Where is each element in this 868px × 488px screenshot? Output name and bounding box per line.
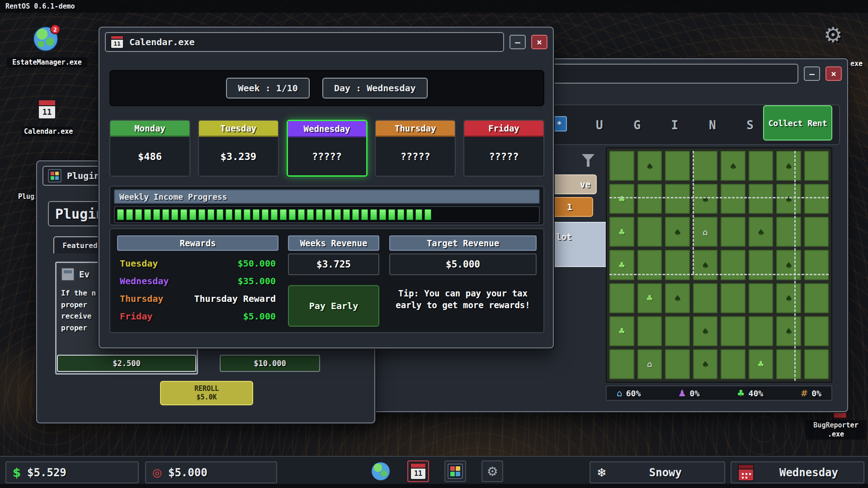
progress-segment	[171, 209, 178, 220]
map-parcel[interactable]	[609, 349, 634, 379]
map-parcel[interactable]	[637, 316, 662, 346]
calendar-titlebar[interactable]: 11 Calendar.exe – ×	[99, 28, 553, 56]
weather-display[interactable]: ❄ Snowy	[590, 461, 725, 483]
settings-gear-icon[interactable]: ⚙	[824, 23, 842, 47]
map-parcel[interactable]: ⌂	[637, 349, 662, 379]
map-parcel[interactable]: ♣	[609, 316, 634, 346]
map-parcel[interactable]: ♠	[693, 184, 718, 214]
desktop-icon-estatemanager[interactable]: 2	[33, 26, 58, 52]
calendar-minimize-button[interactable]: –	[509, 35, 526, 49]
map-parcel[interactable]: ♣	[609, 217, 634, 247]
map-parcel[interactable]: ♠	[776, 151, 801, 181]
map-parcel[interactable]: ♠	[665, 217, 690, 247]
target-revenue-value: $5.000	[389, 253, 537, 275]
weekly-income-progress-bar	[114, 206, 540, 223]
map-parcel[interactable]: ♠	[749, 217, 774, 247]
reroll-button[interactable]: REROLL $5.0K	[160, 381, 253, 405]
estate-minimize-button[interactable]: –	[804, 66, 820, 81]
day-cards-row: Monday$486Tuesday$3.239Wednesday?????Thu…	[109, 120, 544, 177]
map-parcel[interactable]	[749, 250, 774, 280]
map-parcel[interactable]	[665, 250, 690, 280]
money-display[interactable]: $ $5.529	[5, 461, 139, 483]
map-parcel[interactable]	[804, 283, 829, 313]
map-parcel[interactable]: ♠	[776, 184, 801, 214]
plant-icon: ♣	[646, 293, 653, 303]
map-parcel[interactable]: ♠	[693, 250, 718, 280]
taskbar-globe-button[interactable]	[370, 460, 392, 482]
buy-button-left[interactable]: $2.500	[57, 355, 196, 372]
map-parcel[interactable]	[665, 151, 690, 181]
map-parcel[interactable]: ♠	[637, 151, 662, 181]
map-parcel[interactable]	[665, 349, 690, 379]
estate-map: ♠♠♠♣♠♠♣♠⌂♠♣♠♠♣♠♠♣♠♠⌂♠♣	[606, 147, 832, 383]
map-parcel[interactable]: ♣	[609, 250, 634, 280]
estate-close-button[interactable]: ×	[826, 66, 842, 81]
map-parcel[interactable]	[637, 250, 662, 280]
map-parcel[interactable]: ⌂	[693, 217, 718, 247]
map-stat-value: 0%	[811, 389, 821, 398]
map-parcel[interactable]	[665, 184, 690, 214]
taskbar-plugin-button[interactable]	[444, 460, 466, 482]
day-card-wednesday[interactable]: Wednesday?????	[287, 120, 368, 177]
tree-icon: ♠	[785, 293, 792, 303]
calendar-window: 11 Calendar.exe – × Week : 1/10 Day : We…	[99, 27, 554, 348]
bugreporter-label-line2: .exe	[808, 430, 863, 439]
map-parcel[interactable]	[749, 316, 774, 346]
buy-button-right[interactable]: $10.000	[220, 355, 320, 372]
map-parcel[interactable]: ♣	[637, 283, 662, 313]
filter-funnel-icon[interactable]	[582, 154, 594, 161]
map-parcel[interactable]	[721, 184, 745, 214]
map-parcel[interactable]	[749, 184, 774, 214]
tree-icon: ♠	[785, 194, 792, 204]
map-parcel[interactable]	[804, 184, 829, 214]
map-stat-bricks: #0%	[801, 388, 821, 399]
map-parcel[interactable]	[804, 217, 829, 247]
map-parcel[interactable]: ♣	[749, 349, 774, 379]
day-card-monday[interactable]: Monday$486	[109, 120, 190, 177]
map-parcel[interactable]	[693, 283, 718, 313]
progress-segment	[253, 209, 259, 220]
map-parcel[interactable]	[609, 283, 634, 313]
calendar-close-button[interactable]: ×	[531, 35, 547, 49]
map-parcel[interactable]	[721, 250, 745, 280]
day-card-tuesday[interactable]: Tuesday$3.239	[198, 120, 279, 177]
progress-segment	[334, 209, 341, 220]
map-parcel[interactable]: ♠	[776, 316, 801, 346]
map-parcel[interactable]	[749, 283, 774, 313]
map-parcel[interactable]	[776, 217, 801, 247]
map-parcel[interactable]	[804, 316, 829, 346]
map-parcel[interactable]	[721, 217, 745, 247]
map-parcel[interactable]	[665, 316, 690, 346]
map-parcel[interactable]	[804, 250, 829, 280]
day-display[interactable]: Wednesday	[731, 461, 864, 483]
map-parcel[interactable]: ♠	[721, 151, 745, 181]
map-parcel[interactable]: ♠	[776, 250, 801, 280]
pay-early-button[interactable]: Pay Early	[288, 285, 379, 327]
target-display[interactable]: ◎ $5.000	[145, 461, 277, 483]
map-parcel[interactable]	[776, 349, 801, 379]
map-parcel[interactable]: ♠	[776, 283, 801, 313]
map-parcel[interactable]: ♠	[665, 283, 690, 313]
map-parcel[interactable]: ♠	[693, 316, 718, 346]
map-parcel[interactable]: ♠	[693, 349, 718, 379]
taskbar-calendar-button[interactable]: 11	[407, 460, 429, 482]
map-parcel[interactable]	[609, 151, 634, 181]
map-parcel[interactable]	[721, 316, 745, 346]
taskbar-settings-button[interactable]: ⚙	[481, 460, 503, 482]
desktop-icon-calendar[interactable]: 11	[38, 99, 56, 119]
map-parcel[interactable]: ♣	[609, 184, 634, 214]
map-parcel[interactable]	[721, 283, 745, 313]
day-card-friday[interactable]: Friday?????	[463, 120, 544, 177]
map-parcel[interactable]	[721, 349, 745, 379]
map-parcel[interactable]	[749, 151, 774, 181]
map-parcel[interactable]	[804, 151, 829, 181]
progress-segment	[117, 209, 124, 220]
map-parcel[interactable]	[693, 151, 718, 181]
tree-icon: ♠	[702, 359, 709, 369]
day-card-thursday[interactable]: Thursday?????	[375, 120, 456, 177]
progress-segment	[425, 209, 431, 220]
collect-rent-button[interactable]: Collect Rent	[763, 105, 832, 141]
map-parcel[interactable]	[804, 349, 829, 379]
map-parcel[interactable]	[637, 184, 662, 214]
map-parcel[interactable]	[637, 217, 662, 247]
